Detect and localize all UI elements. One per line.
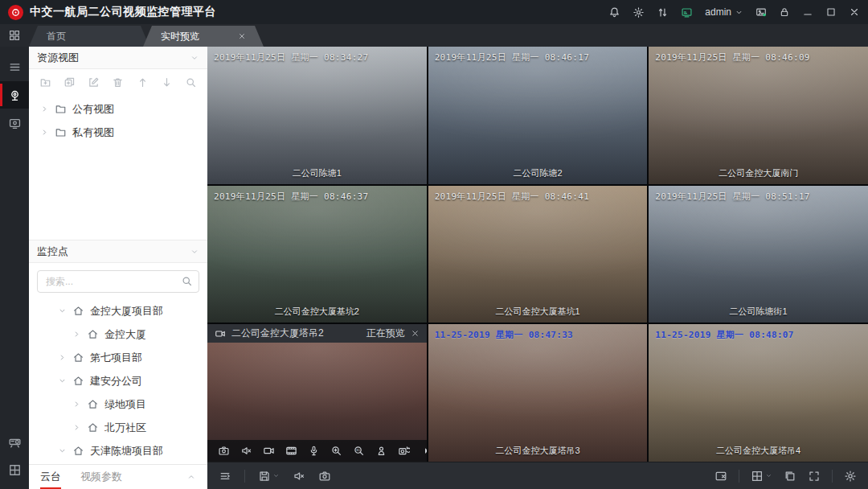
caret-right-icon[interactable]	[40, 128, 49, 137]
sort-icon[interactable]	[657, 6, 669, 18]
close-all-icon[interactable]	[714, 470, 727, 483]
apps-grid-icon[interactable]	[0, 24, 29, 47]
side-tab-ptz[interactable]: 云台	[40, 465, 61, 489]
camera-name-overlay: 二公司陈塘2	[513, 167, 562, 179]
side-tab-label: 云台	[40, 470, 61, 484]
close-icon[interactable]	[849, 6, 860, 18]
caret-right-icon[interactable]	[40, 105, 49, 113]
fullscreen-icon[interactable]	[808, 470, 821, 483]
add-group-icon[interactable]	[63, 76, 76, 88]
video-tile[interactable]: 2019年11月25日 星期一 08:34:27二公司陈塘1	[207, 47, 427, 184]
resource-view-header[interactable]: 资源视图	[29, 47, 207, 69]
monitor-search	[37, 270, 199, 293]
tree-item-label: 北万社区	[104, 421, 146, 435]
caret-right-icon[interactable]	[72, 423, 81, 432]
settings-icon[interactable]	[844, 470, 857, 483]
video-tile[interactable]: 11-25-2019 星期一 08:47:33二公司金控大厦塔吊3	[428, 324, 648, 462]
toolbar-divider	[244, 470, 245, 483]
rail-item-video-wall-icon[interactable]	[0, 456, 29, 483]
maximize-icon[interactable]	[825, 6, 837, 18]
minimize-icon[interactable]	[802, 6, 813, 18]
mic-icon[interactable]	[308, 445, 320, 457]
side-tab-video-params[interactable]: 视频参数	[80, 465, 122, 489]
record-icon[interactable]	[263, 445, 275, 457]
chevron-up-icon[interactable]	[186, 472, 196, 482]
video-tile[interactable]: 2019年11月25日 星期一 08:46:09二公司金控大厦南门	[649, 47, 868, 184]
rail-item-menu-icon[interactable]	[0, 53, 29, 80]
tree-item-label: 建安分公司	[90, 374, 142, 388]
tab-home[interactable]: 首页	[29, 26, 149, 47]
move-down-icon[interactable]	[161, 76, 173, 88]
tree-item-site[interactable]: 第七项目部	[29, 346, 207, 369]
stream-icon[interactable]	[219, 470, 231, 483]
rail-item-monitor-cam-icon[interactable]	[0, 109, 29, 137]
video-tile[interactable]: 二公司金控大厦塔吊2正在预览3D	[207, 324, 427, 462]
video-tile[interactable]: 11-25-2019 星期一 08:48:07二公司金控大厦塔吊4	[649, 324, 868, 462]
rail-item-webcam-icon[interactable]	[0, 81, 29, 109]
zoom-3d-icon[interactable]: 3D	[353, 445, 365, 457]
snapshot-icon[interactable]	[318, 470, 331, 483]
tree-item-view[interactable]: 公有视图	[29, 97, 207, 121]
monitor-points-header[interactable]: 监控点	[29, 240, 207, 263]
tree-item-label: 绿地项目	[104, 397, 146, 412]
toolbar-divider	[832, 470, 833, 483]
delete-icon[interactable]	[112, 76, 124, 88]
rail-item-projector-icon[interactable]	[0, 428, 29, 455]
video-tile[interactable]: 2019年11月25日 星期一 08:46:17二公司陈塘2	[428, 47, 648, 184]
restore-icon[interactable]	[784, 470, 796, 483]
tree-item-site[interactable]: 北万社区	[29, 416, 207, 439]
search-input[interactable]	[37, 270, 199, 293]
tab-close-icon[interactable]	[238, 32, 246, 40]
home-icon	[87, 421, 99, 434]
video-tile-header: 二公司金控大厦塔吊2正在预览	[207, 324, 427, 343]
video-tile[interactable]: 2019年11月25日 星期一 08:51:17二公司陈塘街1	[649, 186, 868, 323]
search-icon[interactable]	[181, 275, 193, 290]
caret-right-icon[interactable]	[72, 330, 81, 339]
tree-item-site[interactable]: 绿地项目	[29, 392, 207, 416]
folder-icon	[55, 126, 67, 138]
video-timestamp: 2019年11月25日 星期一 08:51:17	[655, 191, 809, 203]
bell-icon[interactable]	[608, 6, 620, 18]
mute-icon[interactable]	[240, 445, 252, 457]
tree-item-label: 天津陈塘项目部	[90, 444, 163, 458]
tree-item-site[interactable]: 金控大厦项目部	[29, 299, 207, 323]
tree-item-site[interactable]: 建安分公司	[29, 369, 207, 392]
snapshot-icon[interactable]	[218, 445, 230, 457]
tree-item-site[interactable]: 金控大厦	[29, 323, 207, 346]
home-icon	[72, 375, 84, 387]
caret-right-icon[interactable]	[72, 400, 81, 409]
video-tile[interactable]: 2019年11月25日 星期一 08:46:41二公司金控大厦基坑1	[428, 186, 648, 323]
close-icon[interactable]	[411, 329, 420, 338]
folder-icon	[55, 103, 67, 115]
gear-icon[interactable]	[633, 6, 645, 18]
screenshot-icon[interactable]	[755, 6, 767, 18]
video-tile[interactable]: 2019年11月25日 星期一 08:46:37二公司金控大厦基坑2	[207, 186, 427, 323]
resource-view-tree: 公有视图私有视图	[29, 96, 207, 146]
tree-item-view[interactable]: 私有视图	[29, 121, 207, 144]
caret-down-icon[interactable]	[58, 446, 67, 455]
save-dropdown[interactable]	[258, 470, 280, 483]
move-up-icon[interactable]	[137, 76, 149, 88]
timed-snapshot-icon[interactable]	[398, 445, 410, 457]
preset-icon[interactable]	[375, 445, 387, 457]
tab-live-preview[interactable]: 实时预览	[143, 26, 264, 47]
tab-label: 首页	[47, 30, 66, 43]
sidebar: 资源视图 公有视图私有视图 监控点 金控大厦项目部金控大厦第七项目部建安分公司绿…	[29, 47, 207, 489]
tree-item-site[interactable]: 天津陈塘项目部	[29, 439, 207, 462]
user-menu[interactable]: admin	[705, 6, 743, 18]
monitor-icon[interactable]	[681, 6, 693, 18]
zoom-in-icon[interactable]	[330, 445, 342, 457]
playback-icon[interactable]	[285, 445, 297, 457]
caret-down-icon[interactable]	[58, 306, 67, 315]
app-window: 中交一航局二公司视频监控管理平台 admin 首页实时预览 资源视图 公有视图私…	[0, 0, 868, 489]
caret-down-icon[interactable]	[58, 376, 67, 385]
edit-icon[interactable]	[88, 76, 100, 88]
mute-icon[interactable]	[293, 470, 305, 483]
search-icon[interactable]	[185, 76, 197, 88]
add-view-icon[interactable]	[39, 76, 51, 88]
layout-dropdown[interactable]	[751, 470, 772, 483]
layout-icon	[751, 470, 764, 483]
more-icon[interactable]	[420, 445, 427, 457]
caret-right-icon[interactable]	[58, 353, 67, 362]
lock-icon[interactable]	[779, 6, 790, 18]
